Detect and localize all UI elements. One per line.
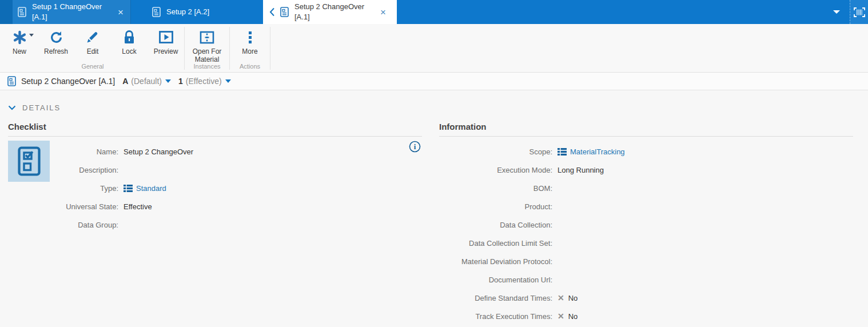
caret-down-icon xyxy=(225,79,231,83)
field-row-product: Product: xyxy=(439,197,853,216)
toolbar-group-label: Actions xyxy=(230,63,270,70)
field-row-universal-state: Universal State: Effective xyxy=(8,197,422,216)
close-icon[interactable]: × xyxy=(378,6,388,18)
information-panel: Information Scope: MaterialTracking Exec… xyxy=(439,122,853,325)
caret-down-icon xyxy=(165,79,171,83)
open-for-material-button[interactable]: Open For Material xyxy=(185,29,229,64)
new-asterisk-icon xyxy=(13,29,27,46)
tab-bar-left-edge xyxy=(0,0,13,24)
field-row-documentation-url: Documentation Url: xyxy=(439,270,853,289)
toolbar-group-instances: Open For Material Instances xyxy=(185,24,229,72)
tab-title: Setup 1 ChangeOver [A.1] xyxy=(32,2,113,22)
field-row-type: Type: Standard xyxy=(8,179,422,197)
tab-overflow-caret[interactable] xyxy=(823,0,850,24)
breadcrumb-title: Setup 2 ChangeOver [A.1] xyxy=(21,77,115,86)
tab-setup2-changeover-active[interactable]: Setup 2 ChangeOver [A.1] × xyxy=(263,0,397,24)
field-row-data-group: Data Group: xyxy=(8,216,422,234)
info-icon[interactable]: i xyxy=(409,141,421,153)
tab-setup1-changeover[interactable]: Setup 1 ChangeOver [A.1] × xyxy=(13,0,131,24)
chevron-down-icon xyxy=(8,105,16,110)
field-row-description: Description: xyxy=(8,161,422,179)
toolbar-group-general: New Refresh Edit Lock xyxy=(1,24,184,72)
list-type-icon xyxy=(558,148,567,155)
pencil-icon xyxy=(86,29,99,46)
field-row-bom: BOM: xyxy=(439,179,853,197)
field-row-execution-mode: Execution Mode: Long Running xyxy=(439,161,853,179)
main-content: DETAILS Checklist i Na xyxy=(0,90,868,325)
x-mark-icon: ✕ xyxy=(558,293,564,302)
preview-button[interactable]: Preview xyxy=(148,29,184,55)
barcode-icon xyxy=(854,7,865,17)
x-mark-icon: ✕ xyxy=(558,312,564,321)
refresh-icon xyxy=(49,29,63,46)
checklist-icon xyxy=(18,7,26,17)
toolbar-group-label: Instances xyxy=(185,63,229,70)
refresh-button[interactable]: Refresh xyxy=(38,29,74,55)
field-row-track-execution-times: Track Execution Times: ✕ No xyxy=(439,307,853,325)
more-button[interactable]: More xyxy=(230,29,270,55)
type-link[interactable]: Standard xyxy=(136,184,166,193)
barcode-scan-button[interactable] xyxy=(850,0,868,24)
preview-play-icon xyxy=(159,29,173,46)
field-row-data-collection: Data Collection: xyxy=(439,216,853,234)
scope-link[interactable]: MaterialTracking xyxy=(570,147,625,156)
lock-icon xyxy=(123,29,136,46)
new-button[interactable]: New xyxy=(1,29,38,55)
back-chevron-icon[interactable] xyxy=(269,7,275,17)
tab-bar: Setup 1 ChangeOver [A.1] × Setup 2 [A.2]… xyxy=(0,0,868,24)
field-row-name: Name: Setup 2 ChangeOver xyxy=(8,142,422,161)
toolbar-group-label: General xyxy=(1,63,184,70)
list-type-icon xyxy=(124,185,133,192)
svg-text:i: i xyxy=(414,143,416,151)
ribbon-toolbar: New Refresh Edit Lock xyxy=(0,24,868,73)
open-for-material-icon xyxy=(200,29,214,46)
edit-button[interactable]: Edit xyxy=(74,29,111,55)
checklist-icon xyxy=(7,76,16,86)
breadcrumb: Setup 2 ChangeOver [A.1] A (Default) 1 (… xyxy=(0,73,868,90)
tab-title: Setup 2 [A.2] xyxy=(166,7,248,17)
field-row-data-collection-limit-set: Data Collection Limit Set: xyxy=(439,234,853,252)
panel-heading: Checklist xyxy=(8,122,422,131)
caret-down-icon xyxy=(29,34,34,37)
field-row-material-deviation-protocol: Material Deviation Protocol: xyxy=(439,252,853,270)
version-selector[interactable]: A (Default) xyxy=(122,77,171,86)
field-row-scope: Scope: MaterialTracking xyxy=(439,142,853,161)
revision-selector[interactable]: 1 (Effective) xyxy=(178,77,231,86)
toolbar-separator xyxy=(270,27,270,70)
panel-heading: Information xyxy=(439,122,853,131)
checklist-panel: Checklist i Name: Setup 2 ChangeOver xyxy=(8,122,422,325)
field-row-define-standard-times: Define Standard Times: ✕ No xyxy=(439,289,853,307)
toolbar-group-actions: More Actions xyxy=(230,24,270,72)
checklist-thumbnail xyxy=(8,141,50,182)
checklist-large-icon xyxy=(18,146,41,176)
details-section-toggle[interactable]: DETAILS xyxy=(0,90,868,112)
caret-down-icon xyxy=(833,10,840,14)
details-panels: Checklist i Name: Setup 2 ChangeOver xyxy=(0,112,868,325)
checklist-icon xyxy=(152,7,161,17)
tab-title: Setup 2 ChangeOver [A.1] xyxy=(294,2,376,22)
tab-setup2[interactable]: Setup 2 [A.2] xyxy=(131,0,263,24)
more-ellipsis-icon xyxy=(249,29,252,46)
tab-bar-spacer xyxy=(397,0,823,24)
details-section-label: DETAILS xyxy=(22,103,61,112)
close-icon[interactable]: × xyxy=(116,6,126,18)
checklist-icon xyxy=(280,7,289,17)
lock-button[interactable]: Lock xyxy=(111,29,148,55)
